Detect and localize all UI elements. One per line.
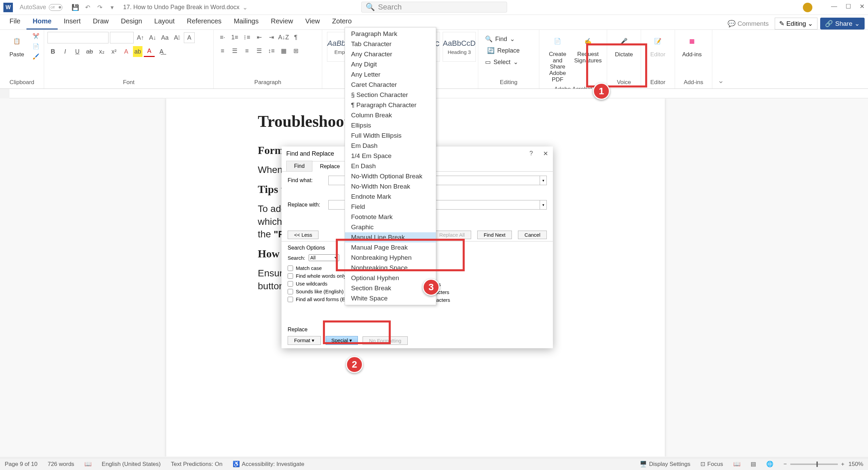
special-item[interactable]: Any Character (345, 49, 436, 59)
special-item[interactable]: Manual Line Break (345, 232, 436, 242)
tab-design[interactable]: Design (115, 14, 148, 30)
language-status[interactable]: English (United States) (102, 461, 161, 468)
search-box[interactable]: 🔍 Search (361, 2, 507, 13)
read-mode-icon[interactable]: 📖 (733, 461, 740, 468)
zoom-slider[interactable] (790, 464, 838, 465)
document-name[interactable]: 17. How to Undo Page Break in Word.docx (123, 4, 239, 11)
doc-dropdown-icon[interactable]: ⌄ (241, 3, 250, 12)
fr-tab-replace[interactable]: Replace (312, 161, 348, 172)
special-item[interactable]: Endnote Mark (345, 192, 436, 202)
zoom-value[interactable]: 150% (849, 461, 863, 468)
cancel-button[interactable]: Cancel (518, 231, 547, 239)
shrink-font-icon[interactable]: A↓ (147, 32, 158, 43)
dialog-close-icon[interactable]: ✕ (543, 150, 548, 157)
word-count[interactable]: 726 words (47, 461, 74, 468)
search-direction-select[interactable]: All (309, 254, 339, 261)
editing-mode-button[interactable]: ✎ Editing ⌄ (775, 18, 817, 30)
display-settings[interactable]: 🖥️ Display Settings (640, 461, 690, 468)
accessibility-status[interactable]: ♿ Accessibility: Investigate (233, 461, 304, 468)
collapse-ribbon-icon[interactable]: ⌄ (718, 76, 724, 85)
subscript-button[interactable]: x₂ (96, 46, 107, 57)
special-item[interactable]: 1/4 Em Space (345, 151, 436, 161)
increase-indent-button[interactable]: ⇥ (266, 32, 277, 43)
font-color-button[interactable]: A (144, 46, 155, 57)
undo-icon[interactable]: ↶ (83, 3, 92, 12)
special-item[interactable]: Ellipsis (345, 120, 436, 131)
multilevel-button[interactable]: ⫶≡ (242, 32, 252, 43)
replace-with-history-icon[interactable]: ▾ (540, 200, 547, 210)
focus-mode[interactable]: ⊡ Focus (700, 461, 723, 468)
special-item[interactable]: Tab Character (345, 39, 436, 49)
underline-button[interactable]: U (72, 46, 83, 57)
print-layout-icon[interactable]: ▤ (751, 461, 756, 468)
format-button[interactable]: Format ▾ (288, 336, 321, 345)
tab-draw[interactable]: Draw (87, 14, 115, 30)
replace-button[interactable]: 🔄 Replace (482, 45, 523, 56)
page-status[interactable]: Page 9 of 10 (5, 461, 37, 468)
borders-button[interactable]: ⊞ (290, 45, 301, 56)
clear-format-icon[interactable]: Aͦ (172, 32, 182, 43)
addins-button[interactable]: ▦Add-ins (678, 32, 706, 60)
tab-mailings[interactable]: Mailings (228, 14, 265, 30)
find-button[interactable]: 🔍 Find ⌄ (482, 34, 518, 44)
special-item[interactable]: En Dash (345, 161, 436, 171)
superscript-button[interactable]: x² (109, 46, 119, 57)
special-item[interactable]: Any Digit (345, 59, 436, 70)
tab-review[interactable]: Review (265, 14, 299, 30)
shading-button[interactable]: ▦ (278, 45, 289, 56)
special-item[interactable]: Section Break (345, 283, 436, 293)
create-pdf-button[interactable]: 📄Create and Share Adobe PDF (543, 32, 573, 84)
fr-tab-find[interactable]: Find (286, 161, 312, 171)
style-heading3[interactable]: AaBbCcDHeading 3 (443, 32, 476, 62)
special-item[interactable]: No-Width Non Break (345, 181, 436, 192)
special-item[interactable]: No-Width Optional Break (345, 171, 436, 181)
character-border-icon[interactable]: A (184, 32, 195, 43)
cut-icon[interactable]: ✂️ (32, 32, 40, 40)
bullets-button[interactable]: ≡· (217, 32, 228, 43)
show-marks-button[interactable]: ¶ (290, 32, 301, 43)
special-button[interactable]: Special ▾ (326, 336, 358, 345)
dictate-button[interactable]: 🎤Dictate (611, 32, 637, 60)
zoom-out-icon[interactable]: − (784, 461, 787, 468)
decrease-indent-button[interactable]: ⇤ (254, 32, 265, 43)
justify-button[interactable]: ☰ (254, 45, 265, 56)
replace-all-button[interactable]: Replace All (433, 231, 471, 239)
minimize-button[interactable]: — (831, 3, 837, 12)
special-item[interactable]: Field (345, 202, 436, 212)
strikethrough-button[interactable]: ab (84, 46, 95, 57)
special-item[interactable]: Nonbreaking Space (345, 263, 436, 273)
save-icon[interactable]: 💾 (71, 3, 80, 12)
tab-insert[interactable]: Insert (58, 14, 87, 30)
special-item[interactable]: Manual Page Break (345, 242, 436, 253)
numbering-button[interactable]: 1≡ (229, 32, 240, 43)
bold-button[interactable]: B (47, 46, 58, 57)
comments-button[interactable]: 💬 Comments (724, 18, 772, 30)
request-signatures-button[interactable]: ✍️Request Signatures (573, 32, 603, 65)
font-size-select[interactable] (110, 32, 134, 43)
web-layout-icon[interactable]: 🌐 (766, 461, 773, 468)
align-left-button[interactable]: ≡ (217, 45, 228, 56)
redo-icon[interactable]: ↷ (95, 3, 104, 12)
special-item[interactable]: Optional Hyphen (345, 273, 436, 283)
format-painter-icon[interactable]: 🖌️ (32, 52, 40, 60)
grow-font-icon[interactable]: A↑ (135, 32, 146, 43)
copy-icon[interactable]: 📄 (32, 42, 40, 50)
no-formatting-button[interactable]: No Formatting (363, 336, 408, 345)
special-item[interactable]: Em Dash (345, 141, 436, 151)
special-item[interactable]: White Space (345, 293, 436, 303)
tab-home[interactable]: Home (26, 14, 58, 30)
less-button[interactable]: << Less (288, 231, 319, 239)
highlight-button[interactable]: ab (133, 46, 142, 57)
close-button[interactable]: ✕ (860, 3, 865, 12)
italic-button[interactable]: I (60, 46, 71, 57)
special-item[interactable]: Graphic (345, 222, 436, 232)
line-spacing-button[interactable]: ↕≡ (266, 45, 277, 56)
find-next-button[interactable]: Find Next (477, 231, 512, 239)
character-shading-button[interactable]: A͟ (156, 46, 167, 57)
special-item[interactable]: Full Width Ellipsis (345, 131, 436, 141)
special-item[interactable]: Paragraph Mark (345, 29, 436, 39)
paste-button[interactable]: 📋 Paste (3, 32, 30, 60)
share-button[interactable]: 🔗 Share ⌄ (820, 18, 865, 30)
qat-dropdown-icon[interactable]: ▾ (108, 3, 116, 12)
change-case-icon[interactable]: Aa (159, 32, 170, 43)
